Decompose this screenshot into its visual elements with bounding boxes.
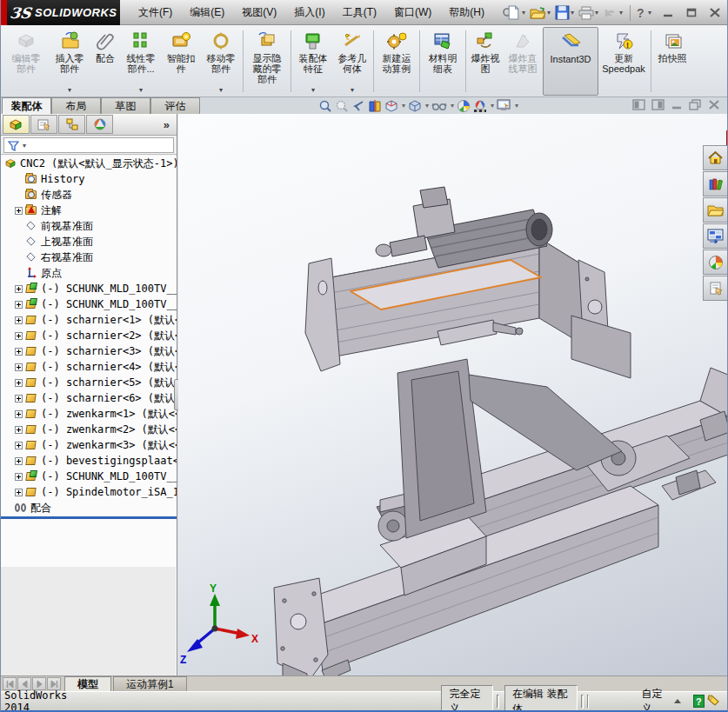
dropdown-arrow[interactable]: ▾	[491, 102, 494, 110]
display-style-icon[interactable]	[408, 99, 422, 113]
tree-item-subassembly[interactable]: (-) SCHUNK_MLD_100TV__2000	[1, 281, 177, 296]
appearances-scenes-button[interactable]	[703, 250, 728, 275]
tree-item-part[interactable]: (-) scharnier<5> (默认<<默	[1, 375, 177, 390]
expand-toggle-icon[interactable]	[15, 285, 23, 293]
resources-home-button[interactable]	[703, 145, 728, 170]
close-button[interactable]	[705, 4, 725, 22]
menu-window[interactable]: 窗口(W)	[385, 0, 440, 25]
displaymanager-tab[interactable]	[86, 115, 113, 134]
dropdown-arrow[interactable]: ▾	[351, 86, 354, 94]
expand-toggle-icon[interactable]	[15, 207, 23, 215]
doc-minimize-icon[interactable]	[671, 98, 683, 114]
expand-toggle-icon[interactable]	[15, 332, 23, 340]
restore-button[interactable]	[681, 4, 702, 22]
tree-item-subassembly[interactable]: (-) SCHUNK_MLD_100TV__2000	[1, 469, 177, 484]
undo-button[interactable]: ▾	[602, 3, 626, 23]
assembly-features-button[interactable]: 装配体 特征 ▾	[293, 27, 333, 96]
minimize-button[interactable]	[658, 4, 678, 22]
edit-component-button[interactable]: 编辑零 部件	[3, 27, 50, 96]
print-button[interactable]: ▾	[578, 3, 602, 23]
expand-toggle-icon[interactable]	[15, 379, 23, 387]
expand-toggle-icon[interactable]	[15, 363, 23, 371]
featuremanager-tab[interactable]	[3, 115, 30, 134]
tree-item-front-plane[interactable]: 前视基准面	[1, 218, 177, 234]
new-motion-study-button[interactable]: 新建运 动算例	[376, 27, 417, 96]
menu-insert[interactable]: 插入(I)	[285, 0, 333, 25]
tree-item-right-plane[interactable]: 右视基准面	[1, 250, 177, 265]
tree-split-divider[interactable]	[1, 516, 177, 519]
dropdown-arrow[interactable]: ▾	[402, 102, 405, 110]
show-hidden-components-button[interactable]: 显示隐 藏的零 部件	[245, 27, 289, 96]
tree-item-part[interactable]: (-) scharnier<6> (默认<<默	[1, 390, 177, 406]
doc-restore-icon[interactable]	[689, 98, 702, 114]
tree-item-origin[interactable]: 原点	[1, 265, 177, 281]
status-custom-label[interactable]: 自定义	[641, 687, 666, 712]
dropdown-arrow[interactable]: ▾	[515, 102, 518, 110]
tree-item-top-plane[interactable]: 上视基准面	[1, 234, 177, 250]
tree-item-part[interactable]: (-) scharnier<2> (默认<<默	[1, 328, 177, 343]
hide-show-items-icon[interactable]	[431, 100, 447, 112]
design-library-button[interactable]	[703, 171, 728, 196]
quick-tips-help-icon[interactable]: ?	[693, 695, 705, 708]
tree-item-sensors[interactable]: 传感器	[1, 187, 177, 203]
view-settings-icon[interactable]	[497, 99, 511, 112]
tree-item-part[interactable]: (-) scharnier<4> (默认<<默	[1, 359, 177, 375]
tree-item-part[interactable]: (-) scharnier<1> (默认<<默	[1, 312, 177, 328]
reference-geometry-button[interactable]: 参考几 何体 ▾	[333, 27, 371, 96]
view-palette-button[interactable]	[703, 223, 728, 249]
tab-layout[interactable]: 布局	[51, 97, 101, 114]
exploded-view-button[interactable]: 爆炸视 图	[468, 27, 503, 96]
tree-root-assembly[interactable]: CNC2 (默认<默认_显示状态-1>)	[1, 156, 177, 171]
zoom-to-area-icon[interactable]	[335, 99, 349, 113]
tree-item-part[interactable]: (-) Spindelmotor_iSA_1500<	[1, 484, 177, 500]
mate-button[interactable]: 配合	[90, 27, 121, 96]
tree-item-annotations[interactable]: 注解	[1, 203, 177, 218]
expand-toggle-icon[interactable]	[15, 395, 23, 403]
expand-toggle-icon[interactable]	[15, 442, 23, 449]
expand-toggle-icon[interactable]	[15, 489, 23, 496]
expand-toggle-icon[interactable]	[15, 316, 23, 324]
file-explorer-button[interactable]	[703, 197, 728, 223]
tree-item-history[interactable]: History	[1, 171, 177, 187]
dropdown-arrow[interactable]: ▾	[23, 142, 26, 150]
tree-item-mates[interactable]: 配合	[1, 500, 177, 516]
doc-close-icon[interactable]	[708, 98, 720, 114]
panel-expand-chevron[interactable]: »	[164, 118, 175, 131]
linear-pattern-button[interactable]: 线性零 部件... ▾	[121, 27, 161, 96]
collapse-right-pane-icon[interactable]	[651, 98, 665, 114]
menu-help[interactable]: 帮助(H)	[440, 0, 493, 25]
explode-line-sketch-button[interactable]: 爆炸直 线草图	[503, 27, 543, 96]
apply-scene-icon[interactable]	[473, 99, 487, 113]
expand-toggle-icon[interactable]	[15, 348, 23, 356]
menu-file[interactable]: 文件(F)	[130, 0, 181, 25]
tab-sketch[interactable]: 草图	[101, 97, 150, 114]
bill-of-materials-button[interactable]: 材料明 细表	[422, 27, 464, 96]
tree-item-subassembly[interactable]: (-) SCHUNK_MLD_100TV__2000	[1, 296, 177, 312]
tree-item-part[interactable]: (-) zwenkarm<1> (默认<<默认	[1, 406, 177, 422]
dropdown-arrow[interactable]: ▾	[311, 86, 315, 94]
insert-component-button[interactable]: 插入零 部件 ▾	[50, 27, 90, 96]
custom-properties-button[interactable]	[703, 276, 728, 301]
expand-toggle-icon[interactable]	[15, 457, 23, 465]
edit-appearance-icon[interactable]	[457, 99, 471, 113]
update-speedpak-button[interactable]: ! 更新 Speedpak	[598, 27, 649, 96]
menu-view[interactable]: 视图(V)	[233, 0, 285, 25]
new-document-button[interactable]: ▾	[505, 3, 529, 23]
expand-toggle-icon[interactable]	[15, 473, 23, 481]
dropdown-arrow[interactable]: ▾	[425, 102, 429, 110]
tree-filter-input[interactable]: ▾	[3, 137, 174, 153]
help-button[interactable]: ?▾	[634, 3, 655, 23]
take-snapshot-button[interactable]: 拍快照	[653, 27, 691, 96]
dropdown-arrow[interactable]: ▾	[451, 102, 454, 110]
menu-edit[interactable]: 编辑(E)	[181, 0, 233, 25]
save-button[interactable]: ▾	[554, 3, 578, 23]
smart-fasteners-button[interactable]: 智能扣 件	[161, 27, 201, 96]
configurationmanager-tab[interactable]	[58, 115, 85, 134]
tab-evaluate[interactable]: 评估	[150, 97, 200, 114]
dropdown-arrow[interactable]: ▾	[139, 86, 143, 94]
expand-toggle-icon[interactable]	[15, 410, 23, 418]
previous-view-icon[interactable]	[351, 99, 365, 113]
menu-tools[interactable]: 工具(T)	[334, 0, 385, 25]
tab-motion-study-1[interactable]: 运动算例1	[113, 676, 187, 691]
graphics-viewport[interactable]: Y X Z	[178, 114, 728, 675]
